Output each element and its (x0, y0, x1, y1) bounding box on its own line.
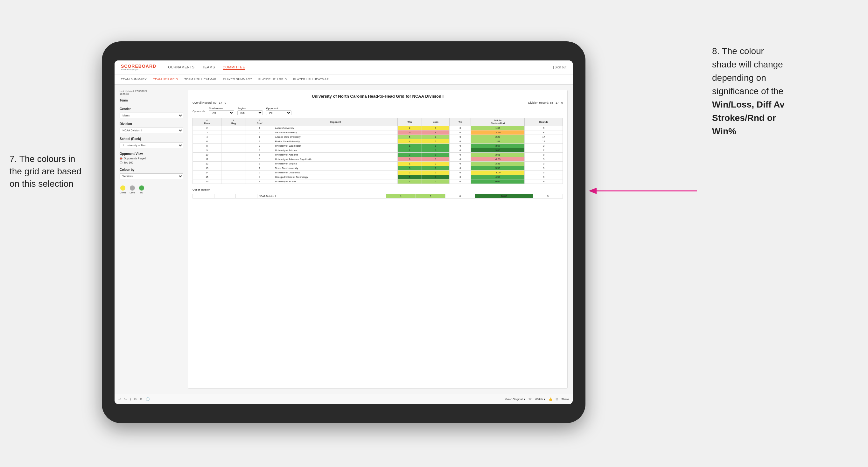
cell-reg (221, 126, 246, 130)
cell-reg (221, 130, 246, 135)
opponent-view-section: Opponent View Opponents Played Top 100 (120, 152, 183, 164)
conference-select[interactable]: (All) (209, 111, 234, 115)
radio-opponents-played[interactable]: Opponents Played (120, 157, 183, 160)
nav-tournaments[interactable]: TOURNAMENTS (166, 65, 194, 70)
table-row: 12 3 University of Virginia 1 2 0 2.33 3 (193, 162, 563, 166)
cell-tie: 0 (450, 175, 471, 179)
division-select[interactable]: NCAA Division I (120, 128, 183, 133)
subnav-player-h2h-heatmap[interactable]: PLAYER H2H HEATMAP (293, 74, 329, 84)
main-content: Last Updated: 27/03/2024 16:55:38 Team G… (115, 85, 573, 394)
cell-team: Auburn University (273, 126, 398, 130)
logo-sub: Powered by clippd (121, 68, 156, 71)
cell-tie: 0 (450, 157, 471, 162)
cell-win: 5 (398, 175, 422, 179)
cell-rank: 2 (193, 126, 221, 130)
table-row: 15 4 Georgia Institute of Technology 5 0… (193, 175, 563, 179)
thumbs-icon[interactable]: 👍 (549, 397, 552, 401)
table-row: 3 2 Vanderbilt University 0 4 0 -2.29 8 (193, 130, 563, 135)
cell-rounds: 3 (525, 144, 563, 148)
cell-rounds: 3 (525, 157, 563, 162)
school-section: School (Rank) 1. University of Nort... (120, 137, 183, 148)
subnav-player-summary[interactable]: PLAYER SUMMARY (223, 74, 252, 84)
cell-team: Florida State University (273, 139, 398, 144)
region-select[interactable]: (All) (237, 111, 263, 115)
toolbar-bottom: ↩ ↪ ⟩ ⧉ ⚙ 🕐 View: Original ▾ 👁 Watch ▾ 👍… (115, 394, 573, 404)
grid-icon[interactable]: ⊞ (556, 397, 558, 401)
undo-icon[interactable]: ↩ (118, 397, 121, 401)
subnav-team-summary[interactable]: TEAM SUMMARY (121, 74, 147, 84)
sign-out-button[interactable]: | Sign out (553, 65, 566, 69)
cell-loss: 2 (422, 162, 450, 166)
out-of-division-label: Out of division (192, 188, 563, 191)
table-row: 13 1 Texas Tech University 3 0 0 5.56 9 (193, 166, 563, 170)
cell-reg (221, 153, 246, 157)
ood-cell-win: 1 (386, 194, 415, 198)
cell-tie: 0 (450, 130, 471, 135)
cell-diff: -4.33 (471, 157, 525, 162)
view-selector[interactable]: View: Original ▾ (505, 398, 525, 401)
legend-up: Up (139, 185, 144, 194)
col-rank: #Rank (193, 118, 221, 126)
clock-icon[interactable]: 🕐 (146, 397, 150, 401)
table-row: 16 3 University of Florida 3 1 0 6.62 9 (193, 179, 563, 184)
redo-icon[interactable]: ↪ (124, 397, 127, 401)
cell-rank: 4 (193, 135, 221, 139)
share-button[interactable]: Share (561, 398, 569, 401)
gender-section: Gender Men's (120, 107, 183, 118)
tablet-screen: SCOREBOARD Powered by clippd TOURNAMENTS… (115, 60, 573, 404)
cell-rounds: 9 (525, 126, 563, 130)
cell-team: Arizona State University (273, 135, 398, 139)
cell-rounds: 8 (525, 130, 563, 135)
cell-rank: 14 (193, 170, 221, 175)
radio-dot-top100 (120, 161, 123, 164)
cell-conf: 3 (246, 179, 273, 184)
cell-team: Vanderbilt University (273, 130, 398, 135)
cell-rank: 6 (193, 139, 221, 144)
gender-select[interactable]: Men's (120, 113, 183, 118)
cell-win: 1 (398, 148, 422, 153)
conference-filter: Conference (All) (209, 107, 234, 115)
settings-icon[interactable]: ⚙ (140, 397, 143, 401)
cell-reg (221, 157, 246, 162)
up-dot (139, 185, 144, 191)
svg-marker-3 (589, 188, 597, 194)
subnav-player-h2h-grid[interactable]: PLAYER H2H GRID (258, 74, 287, 84)
radio-top-100[interactable]: Top 100 (120, 161, 183, 164)
cell-reg (221, 166, 246, 170)
sub-nav: TEAM SUMMARY TEAM H2H GRID TEAM H2H HEAT… (115, 74, 573, 85)
nav-committee[interactable]: COMMITTEE (223, 65, 245, 70)
cell-diff: 2.33 (471, 162, 525, 166)
ood-cell-rank (193, 194, 214, 198)
legend-level: Level (129, 185, 135, 194)
nav-teams[interactable]: TEAMS (202, 65, 215, 70)
watch-button[interactable]: Watch ▾ (535, 398, 545, 401)
cell-team: University of Oklahoma (273, 170, 398, 175)
logo-text: SCOREBOARD (121, 64, 156, 68)
copy-icon[interactable]: ⧉ (134, 397, 136, 401)
cell-conf: 1 (246, 166, 273, 170)
level-dot (130, 185, 135, 191)
cell-rank: 8 (193, 144, 221, 148)
cell-conf: 2 (246, 139, 273, 144)
cell-win: 5 (398, 135, 422, 139)
col-tie: Tie (450, 118, 471, 126)
table-row: 10 5 University of Alabama 3 0 0 2.61 8 (193, 153, 563, 157)
filter-row: Opponents: Conference (All) Region (All) (192, 107, 563, 115)
ood-cell-conf (236, 194, 257, 198)
school-select[interactable]: 1. University of Nort... (120, 143, 183, 148)
colour-legend: Down Level Up (120, 185, 183, 194)
opponent-select[interactable]: (All) (266, 111, 291, 115)
forward-icon[interactable]: ⟩ (130, 397, 131, 401)
cell-win: 3 (398, 166, 422, 170)
radio-group: Opponents Played Top 100 (120, 157, 183, 164)
colour-by-select[interactable]: Win/loss (120, 174, 183, 179)
cell-reg (221, 144, 246, 148)
annotation-left: 7. The colours in the grid are based on … (9, 153, 92, 190)
cell-team: Georgia Institute of Technology (273, 175, 398, 179)
cell-conf: 1 (246, 135, 273, 139)
subnav-team-h2h-heatmap[interactable]: TEAM H2H HEATMAP (184, 74, 216, 84)
subnav-team-h2h-grid[interactable]: TEAM H2H GRID (153, 74, 178, 84)
table-row: 14 2 University of Oklahoma 2 1 0 -1.00 … (193, 170, 563, 175)
cell-loss: 1 (422, 126, 450, 130)
left-panel: Last Updated: 27/03/2024 16:55:38 Team G… (120, 90, 183, 389)
